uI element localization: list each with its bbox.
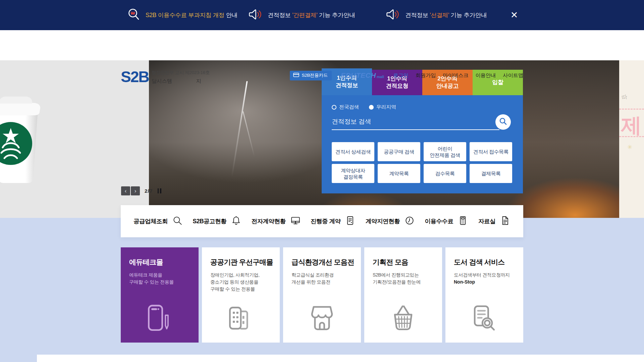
menu-ongoing-contracts[interactable]: 진행중 계약 (311, 215, 356, 227)
carousel-prev-button[interactable]: ‹ (121, 186, 130, 195)
child-safety-search-button[interactable]: 어린이 안전제품 검색 (424, 142, 466, 161)
document-search-icon (469, 303, 500, 337)
menu-supplier-search[interactable]: 공급업체조회 (133, 215, 183, 227)
search-icon (172, 215, 183, 227)
notice-easy-pay[interactable]: 견적정보 '간편결제' 기능 추가안내 (248, 0, 355, 30)
menu-usage-fee[interactable]: 이용수수료 (425, 215, 468, 227)
storefront-icon (307, 303, 337, 337)
header: S2B 행정안전부 고시 제2023-16호 달시스템지 S2B전용카드 EDU… (0, 30, 644, 60)
contract-partner-list-button[interactable]: 계약상대자 결정목록 (332, 164, 374, 183)
quick-link-grid: 견적서 상세검색 공공구매 검색 어린이 안전제품 검색 견적서 접수목록 계약… (332, 142, 513, 183)
radio-our-region[interactable]: 우리지역 (369, 104, 396, 110)
speaker-icon (248, 8, 263, 22)
s2b-homepage: ₩ S2B 이용수수료 부과지침 개정 안내 견적정보 '간편결제' 기능 추가… (0, 0, 644, 362)
menu-contract-delay-status[interactable]: 계약지연현황 (366, 215, 415, 227)
search-icon (499, 117, 507, 127)
s2b-card-button[interactable]: S2B전용카드 (290, 71, 331, 80)
radio-icon (369, 105, 374, 110)
coffee-cup-image (0, 94, 48, 189)
gov-notice-line2: 달시스템지 (152, 78, 210, 85)
next-slide-text: 제 (621, 111, 642, 139)
dashed-divider (619, 136, 644, 137)
quote-detail-search-button[interactable]: 견적서 상세검색 (332, 142, 374, 161)
card-book-search[interactable]: 도서 검색 서비스 도서검색부터 견적요청까지 Non-Stop (445, 247, 523, 343)
input-underline (332, 129, 499, 130)
gov-notice: 행정안전부 고시 제2023-16호 달시스템지 (152, 70, 210, 85)
search-scope-radios: 전국검색 우리지역 (332, 104, 396, 110)
edutech-mall-logo[interactable]: EDUTECHmall (341, 71, 384, 79)
inspection-list-button[interactable]: 검수목록 (424, 164, 466, 183)
lightning-bolt (243, 111, 255, 157)
card-special-exhibitions[interactable]: 기획전 모음 S2B에서 진행되고있는 기획전/모음전을 한눈에 (364, 247, 442, 343)
menu-e-contract-status[interactable]: 전자계약현황 (252, 215, 301, 227)
document-list-icon (345, 215, 356, 227)
calculator-icon (458, 215, 468, 227)
quote-search-input[interactable]: 견적정보 검색 (332, 117, 489, 126)
radio-national-search[interactable]: 전국검색 (332, 104, 359, 110)
next-slide-preview: 따 제 ✳ (619, 60, 644, 218)
clock-icon (404, 215, 415, 227)
contract-list-button[interactable]: 계약목록 (378, 164, 420, 183)
radio-icon (332, 105, 336, 110)
service-cards: 에듀테크몰 에듀테크 제품을 구매할 수 있는 전용몰 공공기관 우선구매몰 장… (121, 247, 523, 343)
carousel-next-button[interactable]: › (131, 186, 140, 195)
flower-decoration: ✳ (627, 143, 632, 151)
quote-receipt-list-button[interactable]: 견적서 접수목록 (470, 142, 512, 161)
notice-text: 견적정보 '선결제' 기능 추가안내 (405, 11, 487, 19)
file-icon (500, 215, 511, 227)
menu-s2b-announcements[interactable]: S2B공고현황 (193, 215, 242, 227)
buildings-icon (225, 303, 256, 337)
signup-link[interactable]: 회원가입 (416, 72, 436, 79)
monitor-icon (290, 215, 301, 227)
credit-card-icon (293, 72, 299, 78)
carousel-controls: ‹ › 2/7 (121, 186, 161, 195)
search-button[interactable] (495, 114, 511, 130)
bell-icon (231, 215, 241, 227)
close-icon[interactable]: ✕ (507, 8, 521, 22)
carousel-pause-button[interactable] (158, 188, 161, 193)
magnifier-won-icon: ₩ (127, 7, 141, 23)
dashed-divider (619, 109, 644, 110)
card-meal-environment[interactable]: 급식환경개선 모음전 학교급식실 조리환경 개선을 위한 모음전 (283, 247, 361, 343)
next-section-strip (37, 355, 644, 362)
basket-icon (388, 303, 419, 337)
carousel-page-indicator: 2/7 (145, 188, 153, 194)
sitemap-link[interactable]: 사이트맵 (503, 72, 523, 79)
card-public-priority-mall[interactable]: 공공기관 우선구매몰 장애인기업, 사회적기업, 중소기업 등의 생산품을 구매… (202, 247, 280, 343)
mydesk-link[interactable]: 마이데스크 (443, 72, 468, 79)
quick-menu-bar: 공급업체조회 S2B공고현황 전자계약현황 (121, 205, 523, 237)
card-edutech-mall[interactable]: 에듀테크몰 에듀테크 제품을 구매할 수 있는 전용몰 (121, 247, 199, 343)
notification-bar: ₩ S2B 이용수수료 부과지침 개정 안내 견적정보 '간편결제' 기능 추가… (0, 0, 644, 30)
login-link[interactable]: 로그인 (393, 72, 409, 79)
gov-notice-line1: 행정안전부 고시 제2023-16호 (152, 70, 210, 76)
menu-data-room[interactable]: 자료실 (478, 215, 511, 227)
next-slide-text: 따 (621, 93, 628, 101)
lightning-bolt (231, 81, 248, 177)
notice-pre-pay[interactable]: 견적정보 '선결제' 기능 추가안내 (386, 0, 487, 30)
notice-fee-policy[interactable]: ₩ S2B 이용수수료 부과지침 개정 안내 (127, 0, 237, 30)
header-nav: S2B전용카드 EDUTECHmall 로그인 회원가입 마이데스크 이용안내 … (290, 60, 523, 90)
notice-text: 견적정보 '간편결제' 기능 추가안내 (268, 11, 355, 19)
guide-link[interactable]: 이용안내 (475, 72, 496, 79)
s2b-logo: S2B (121, 68, 149, 86)
svg-text:₩: ₩ (131, 11, 135, 16)
panel-body: 전국검색 우리지역 견적정보 검색 (322, 95, 523, 193)
payment-list-button[interactable]: 결제목록 (470, 164, 512, 183)
public-purchase-search-button[interactable]: 공공구매 검색 (378, 142, 420, 161)
speaker-icon (386, 8, 400, 22)
tablet-pencil-icon (144, 303, 175, 337)
notice-text: S2B 이용수수료 부과지침 개정 안내 (146, 11, 237, 19)
